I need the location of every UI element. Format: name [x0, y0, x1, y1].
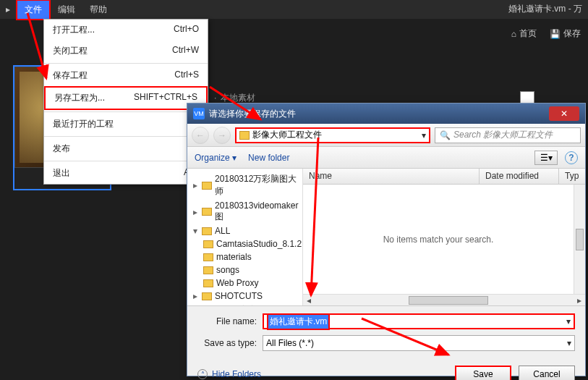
app-title: 婚礼邀请卡.vm - 万	[508, 3, 582, 15]
dialog-nav: ← → 影像大师工程文件 ▾ 🔍 Search 影像大师工程文件	[187, 124, 585, 147]
save-icon: 💾	[550, 29, 561, 39]
folder-icon	[239, 131, 250, 140]
close-icon: ✕	[561, 109, 568, 119]
nav-forward-button[interactable]: →	[213, 127, 231, 144]
asset-label[interactable]: 本地素材	[221, 92, 255, 104]
save-as-type-select[interactable]: All Files (*.*) ▾	[263, 335, 575, 351]
home-icon: ⌂	[511, 29, 516, 39]
menu-open-project[interactable]: 打开工程...Ctrl+O	[44, 20, 208, 41]
cancel-button[interactable]: Cancel	[519, 366, 575, 380]
nav-back-button[interactable]: ←	[192, 127, 209, 144]
save-as-type-value: All Files (*.*)	[266, 338, 314, 348]
dialog-fields: File name: 婚礼邀请卡.vm ▾ Save as type: All …	[187, 306, 585, 361]
menu-save-project[interactable]: 保存工程Ctrl+S	[44, 65, 208, 86]
file-name-input[interactable]: 婚礼邀请卡.vm ▾	[263, 313, 575, 329]
path-text: 影像大师工程文件	[252, 129, 322, 141]
new-folder-button[interactable]: New folder	[248, 153, 289, 163]
folder-icon	[203, 253, 213, 261]
vm-icon: VM	[193, 108, 205, 119]
dialog-bottom: ˄ Hide Folders Save Cancel	[187, 361, 585, 380]
folder-icon	[202, 208, 212, 216]
home-button[interactable]: ⌂首页	[511, 28, 537, 40]
folder-icon	[202, 292, 212, 300]
dialog-search-input[interactable]: 🔍 Search 影像大师工程文件	[435, 127, 581, 143]
col-type[interactable]: Typ	[559, 169, 585, 184]
file-name-label: File name:	[197, 316, 263, 326]
col-name[interactable]: Name	[303, 169, 480, 184]
file-dropdown: 打开工程...Ctrl+O 关闭工程Ctrl+W 保存工程Ctrl+S 另存工程…	[43, 19, 208, 185]
file-name-value: 婚礼邀请卡.vm	[267, 313, 330, 330]
file-name-row: File name: 婚礼邀请卡.vm ▾	[197, 313, 575, 329]
dialog-title: 请选择你要保存的文件	[209, 108, 296, 120]
file-list: Name Date modified Typ No items match yo…	[303, 169, 585, 305]
path-breadcrumb[interactable]: 影像大师工程文件 ▾	[235, 127, 430, 143]
save-confirm-button[interactable]: Save	[455, 366, 511, 380]
search-placeholder: Search 影像大师工程文件	[453, 129, 553, 141]
dialog-close-button[interactable]: ✕	[549, 106, 579, 121]
menu-close-project[interactable]: 关闭工程Ctrl+W	[44, 41, 208, 62]
list-header: Name Date modified Typ	[303, 169, 585, 185]
dialog-titlebar: VM 请选择你要保存的文件 ✕	[187, 104, 585, 124]
menu-publish[interactable]: 发布	[44, 138, 208, 159]
save-button[interactable]: 💾保存	[550, 28, 581, 40]
folder-icon	[203, 279, 213, 287]
menubar: ▸ 文件 编辑 帮助	[0, 0, 588, 19]
chevron-up-icon: ˄	[197, 369, 208, 379]
help-icon: ?	[568, 153, 574, 163]
tree-node[interactable]: Web Proxy	[187, 276, 302, 290]
organize-button[interactable]: Organize ▾	[195, 153, 237, 163]
list-vscroll[interactable]	[574, 185, 585, 294]
dialog-toolbar: Organize ▾ New folder ☰ ▾ ?	[187, 147, 585, 169]
help-button[interactable]: ?	[565, 151, 578, 164]
menu-edit[interactable]: 编辑	[51, 1, 82, 19]
save-dialog: VM 请选择你要保存的文件 ✕ ← → 影像大师工程文件 ▾ 🔍 Search …	[187, 103, 586, 376]
list-empty-text: No items match your search.	[303, 185, 574, 294]
folder-icon	[203, 240, 213, 248]
list-icon: ☰	[540, 153, 548, 163]
menu-help[interactable]: 帮助	[82, 1, 114, 19]
menu-save-project-as[interactable]: 另存工程为...SHIFT+CTRL+S	[44, 86, 208, 110]
save-as-type-row: Save as type: All Files (*.*) ▾	[197, 335, 575, 351]
save-as-type-dropdown-icon[interactable]: ▾	[567, 338, 571, 348]
menubar-play-icon[interactable]: ▸	[0, 4, 16, 14]
dialog-body: ▸20180312万彩脑图大师 ▸20180313videomaker图 ▾AL…	[187, 169, 585, 306]
arrow-right-icon: →	[218, 130, 226, 140]
save-as-type-label: Save as type:	[197, 338, 263, 348]
tree-node[interactable]: ▸20180313videomaker图	[187, 199, 302, 224]
folder-tree: ▸20180312万彩脑图大师 ▸20180313videomaker图 ▾AL…	[187, 169, 303, 305]
tree-node[interactable]: ▾ALL	[187, 224, 302, 237]
col-date[interactable]: Date modified	[480, 169, 559, 184]
tree-node[interactable]: ▸兔抠图美美哒素材	[187, 303, 302, 305]
tree-node[interactable]: materials	[187, 250, 302, 263]
arrow-left-icon: ←	[196, 130, 205, 140]
tree-node[interactable]: ▸SHOTCUTS	[187, 290, 302, 303]
view-mode-button[interactable]: ☰ ▾	[534, 151, 558, 165]
hide-folders-button[interactable]: ˄ Hide Folders	[197, 369, 261, 379]
file-name-dropdown-icon[interactable]: ▾	[566, 316, 571, 326]
path-dropdown-icon[interactable]: ▾	[422, 130, 426, 140]
list-hscroll[interactable]: ◂▸	[303, 294, 585, 305]
tree-node[interactable]: ▸20180312万彩脑图大师	[187, 172, 302, 199]
folder-icon	[202, 182, 212, 190]
asset-sep: ·	[214, 93, 216, 103]
search-icon: 🔍	[440, 130, 451, 140]
tree-node[interactable]: CamtasiaStudio_8.1.2	[187, 237, 302, 250]
menu-file[interactable]: 文件	[16, 0, 51, 20]
folder-icon	[203, 266, 213, 274]
menu-exit[interactable]: 退出Alt+	[44, 163, 208, 184]
tree-node[interactable]: songs	[187, 263, 302, 276]
menu-recent-projects[interactable]: 最近打开的工程	[44, 114, 208, 135]
top-right-toolbar: ⌂首页 💾保存	[511, 28, 581, 40]
folder-icon	[202, 227, 212, 235]
